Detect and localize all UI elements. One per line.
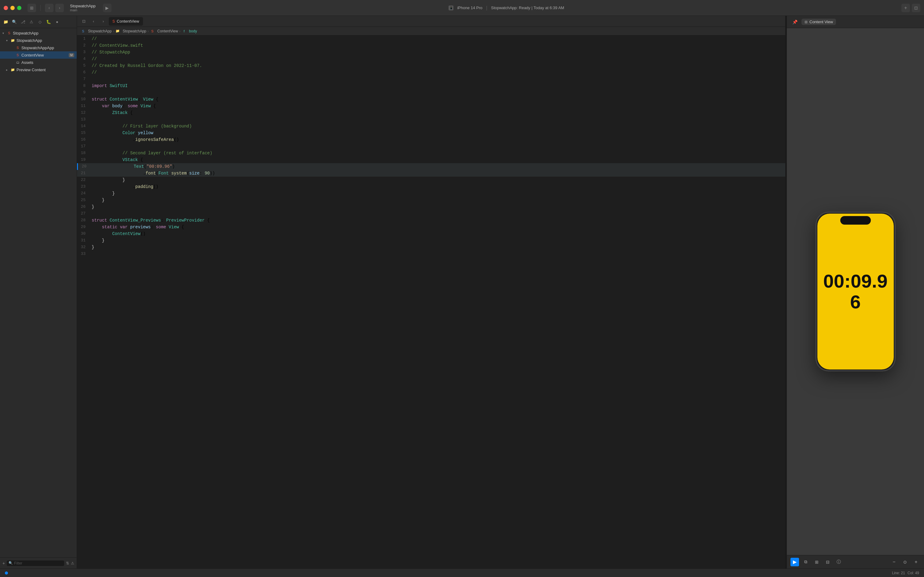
sidebar-folder-icon[interactable]: 📁 [2,19,9,25]
zoom-out-button[interactable]: − [890,558,898,566]
preview-info-button[interactable]: ⓘ [834,558,843,566]
preview-playback-controls: ▶ ⧉ ⊞ ⊟ ⓘ [790,558,843,566]
sidebar-breakpoint-btn[interactable]: ● [54,19,61,25]
minimize-button[interactable] [10,6,14,10]
sidebar-item-label: StopwatchApp [16,38,42,43]
sidebar-debug-btn[interactable]: 🐛 [45,19,52,25]
sidebar-item-label: StopwatchAppApp [21,45,54,50]
sidebar-item-stopwatchapp-root[interactable]: ▾ S StopwatchApp [0,29,77,37]
preview-bottom-bar: ▶ ⧉ ⊞ ⊟ ⓘ − ⊙ [787,555,924,569]
sidebar-issue-btn[interactable]: ⚠ [28,19,35,25]
breadcrumb-body[interactable]: body [189,29,197,33]
zoom-reset-button[interactable]: ⊙ [901,558,910,566]
sidebar-item-preview-content[interactable]: ▸ 📁 Preview Content [0,66,77,73]
code-editor[interactable]: 1 // 2 // ContentView.swift 3 // Stopwat… [77,35,785,569]
fullscreen-button[interactable] [17,6,21,10]
add-button[interactable]: + [901,4,910,12]
sidebar-toggle-button[interactable]: ⊞ [27,4,36,12]
code-line: 17 [77,143,785,150]
sidebar-item-assets[interactable]: ▸ 🗂 Assets [0,59,77,66]
play-icon: ▶ [793,559,797,565]
run-button[interactable]: ▶ [103,4,111,12]
back-icon: ‹ [48,5,50,10]
code-line: 33 [77,251,785,257]
nav-back-icon: ‹ [93,19,94,24]
code-line: 23 .padding() [77,184,785,190]
main-layout: 📁 🔍 ⎇ ⚠ ◇ 🐛 ● ▾ S StopwatchApp ▾ 📁 Stopw… [0,16,924,569]
preview-play-button[interactable]: ▶ [790,558,799,566]
code-line: 18 // Second layer (rest of interface) [77,150,785,156]
pin-preview-button[interactable]: 📌 [790,18,799,26]
swift-file-icon: S [15,45,20,50]
status-text: StopwatchApp: Ready | Today at 6:39 AM [491,5,564,10]
center-title-area: 📱 iPhone 14 Pro | StopwatchApp: Ready | … [114,5,899,11]
breadcrumb-folder[interactable]: StopwatchApp [122,29,146,33]
sort-icon: ⇅ [66,561,69,566]
code-line: 14 // First layer (background) [77,123,785,130]
code-line: 25 } [77,197,785,203]
code-line: 22 } [77,177,785,184]
code-line: 6 // [77,69,785,76]
func-breadcrumb-icon: f [182,29,187,34]
code-line: 26 } [77,203,785,210]
layout-icon: ⊟ [826,559,830,564]
code-line: 24 } [77,190,785,197]
split-button[interactable]: ⊡ [912,4,920,12]
sidebar-item-label: Preview Content [16,68,45,72]
sidebar-item-stopwatchapp-folder[interactable]: ▾ 📁 StopwatchApp [0,37,77,44]
split-left-button[interactable]: ⊡ [79,17,88,26]
breadcrumb-stopwatchapp[interactable]: StopwatchApp [88,29,111,33]
info-icon: ⓘ [837,559,841,565]
swift-breadcrumb-icon: S [80,29,85,34]
sort-button[interactable]: ⇅ [66,561,69,566]
breadcrumb-separator: › [179,29,180,33]
status-left [5,572,8,575]
sidebar-search-btn[interactable]: 🔍 [11,19,18,25]
sidebar-item-contentview[interactable]: ▸ S ContentView M [0,52,77,59]
code-line-cursor: 21 .font(Font.system(size: 90)) [77,170,785,177]
code-line: 16 .ignoresSafeArea() [77,136,785,143]
preview-grid-button[interactable]: ⊞ [813,558,821,566]
close-button[interactable] [4,6,8,10]
sidebar-bottom: + 🔍 Filter ⇅ ⚠ [0,558,77,569]
breadcrumb-bar: S StopwatchApp › 📁 StopwatchApp › S Cont… [77,27,785,35]
filter-icon: 🔍 [8,561,13,565]
iphone-mockup: 00:09.96 [816,212,895,371]
sidebar-vcs-btn[interactable]: ⎇ [19,19,26,25]
status-indicator [5,572,8,575]
code-line: 31 } [77,237,785,244]
sidebar-item-stopwatchappapp[interactable]: ▸ S StopwatchAppApp [0,44,77,52]
tab-contentview[interactable]: S ContentView [109,17,143,26]
code-line: 10 struct ContentView: View { [77,96,785,103]
device-label: iPhone 14 Pro [457,5,482,10]
forward-button[interactable]: › [55,4,64,12]
folder-breadcrumb-icon: 📁 [115,29,120,34]
code-line: 27 [77,210,785,217]
preview-duplicate-button[interactable]: ⧉ [802,558,810,566]
modified-badge: M [69,53,74,57]
zoom-in-icon: + [914,559,917,565]
preview-layout-button[interactable]: ⊟ [823,558,832,566]
code-line: 11 var body: some View { [77,103,785,110]
nav-back-button[interactable]: ‹ [89,17,98,26]
chevron-right-icon: ▸ [6,68,10,71]
code-line: 13 [77,116,785,123]
add-icon: + [904,5,907,11]
warning-button[interactable]: ⚠ [71,561,74,566]
swift-file-icon: S [15,53,20,58]
preview-view-icon: ⊞ [805,20,808,24]
col-number: Col: 49 [908,571,919,575]
code-line: 3 // StopwatchApp [77,49,785,56]
preview-title: Content View [810,19,833,24]
nav-forward-button[interactable]: › [99,17,108,26]
add-file-button[interactable]: + [2,561,5,566]
split-icon: ⊡ [914,5,918,10]
zoom-in-button[interactable]: + [912,558,920,566]
sidebar-test-btn[interactable]: ◇ [37,19,43,25]
title-bar: ⊞ ‹ › StopwatchApp main ▶ 📱 iPhone 14 Pr… [0,0,924,16]
swift-tab-icon: S [113,19,115,24]
code-line: 5 // Created by Russell Gordon on 2022-1… [77,62,785,69]
breadcrumb-contentview[interactable]: ContentView [157,29,178,33]
back-button[interactable]: ‹ [45,4,53,12]
plus-icon: + [2,561,5,566]
